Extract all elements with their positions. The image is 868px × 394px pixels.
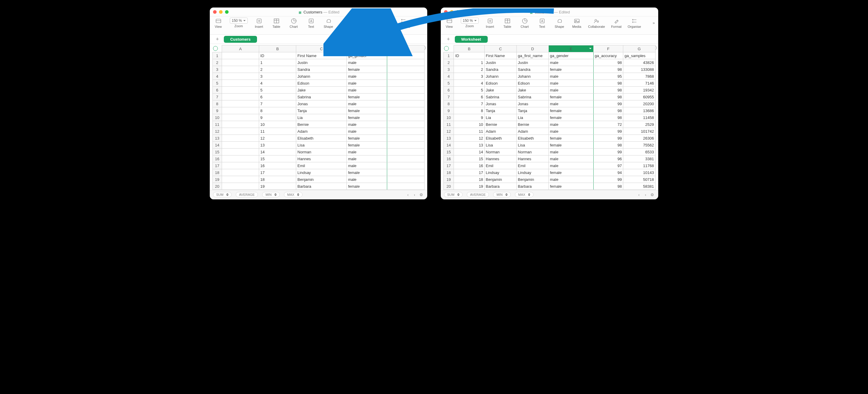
row-header[interactable]: 7	[212, 94, 222, 100]
row-header[interactable]: 19	[212, 176, 222, 183]
cell[interactable]: 16	[454, 162, 485, 169]
cell[interactable]: Edison	[296, 80, 347, 87]
cell[interactable]: Sofie	[296, 190, 347, 190]
cell[interactable]: Sandra	[296, 66, 347, 73]
cell[interactable]: male	[347, 149, 387, 156]
col-header-D[interactable]: D	[347, 45, 387, 52]
cell[interactable]: 98	[593, 59, 623, 66]
cell[interactable]: 98	[593, 183, 623, 190]
cell[interactable]: Sabrina	[296, 94, 347, 100]
cell[interactable]: Edison	[517, 80, 549, 87]
cell[interactable]: 11	[454, 128, 485, 135]
cell[interactable]: male	[549, 100, 593, 107]
toolbar-zoom[interactable]: 150 %Zoom	[230, 18, 248, 28]
cell[interactable]: ga_first_name	[517, 52, 549, 59]
min-pill[interactable]: MIN0	[262, 192, 279, 197]
cell[interactable]: 11768	[623, 162, 655, 169]
cell[interactable]: male	[549, 176, 593, 183]
cell[interactable]: 11458	[623, 114, 655, 121]
cell[interactable]: 98	[593, 87, 623, 94]
cell[interactable]: Sabrina	[517, 94, 549, 100]
cell[interactable]: Johann	[517, 73, 549, 80]
row-header[interactable]: 4	[443, 73, 454, 80]
cell[interactable]: Barbara	[296, 183, 347, 190]
row-header[interactable]: 3	[212, 66, 222, 73]
close-button[interactable]	[444, 10, 447, 14]
cell[interactable]	[222, 59, 259, 66]
row-header[interactable]: 15	[443, 149, 454, 156]
cell[interactable]	[387, 176, 424, 183]
cell[interactable]	[387, 149, 424, 156]
cell[interactable]	[387, 66, 424, 73]
cell[interactable]: Jonas	[296, 100, 347, 107]
cell[interactable]: female	[549, 94, 593, 100]
cell[interactable]: Justin	[517, 59, 549, 66]
max-pill[interactable]: MAX0	[284, 192, 303, 197]
col-header-F[interactable]: F	[593, 45, 623, 52]
col-header-B[interactable]: B	[454, 45, 485, 52]
settings-gear-icon[interactable]: ⚙	[650, 192, 655, 197]
cell[interactable]: Barbara	[517, 183, 549, 190]
cell[interactable]: 20	[259, 190, 296, 190]
cell[interactable]: male	[347, 121, 387, 128]
cell[interactable]: 133088	[623, 66, 655, 73]
cell[interactable]: male	[549, 149, 593, 156]
row-header[interactable]: 1	[443, 52, 454, 59]
cell[interactable]: 19	[259, 183, 296, 190]
cell[interactable]: 10143	[623, 169, 655, 176]
cell[interactable]: male	[549, 59, 593, 66]
sheet-tab[interactable]: Worksheet	[455, 36, 488, 43]
cell[interactable]	[222, 135, 259, 142]
cell[interactable]: 7	[454, 100, 485, 107]
cell[interactable]: female	[347, 183, 387, 190]
cell[interactable]: Hannes	[517, 156, 549, 162]
cell[interactable]	[222, 169, 259, 176]
cell[interactable]: Jake	[296, 87, 347, 94]
close-button[interactable]	[213, 10, 217, 14]
toolbar-view[interactable]: View	[212, 18, 224, 28]
cell[interactable]: male	[347, 176, 387, 183]
row-header[interactable]: 14	[212, 142, 222, 149]
cell[interactable]	[222, 100, 259, 107]
cell[interactable]: ga_samples	[623, 52, 655, 59]
cell[interactable]	[222, 80, 259, 87]
col-header-A[interactable]: A	[222, 45, 259, 52]
cell[interactable]: 75562	[623, 142, 655, 149]
cell[interactable]: male	[549, 73, 593, 80]
cell[interactable]: 13686	[623, 107, 655, 114]
cell[interactable]: 1	[454, 59, 485, 66]
cell[interactable]: Bernie	[517, 121, 549, 128]
titlebar[interactable]: ▦ customers — Edited	[441, 8, 658, 17]
toolbar-table[interactable]: Table	[271, 18, 282, 28]
cell[interactable]: Norman	[517, 149, 549, 156]
toolbar-view[interactable]: View	[443, 18, 455, 28]
toolbar-shape[interactable]: Shape	[322, 18, 335, 28]
cell[interactable]: 6	[454, 94, 485, 100]
row-header[interactable]: 14	[443, 142, 454, 149]
cell[interactable]: 60955	[623, 94, 655, 100]
cell[interactable]	[222, 149, 259, 156]
cell[interactable]: 1	[259, 59, 296, 66]
cell[interactable]: Tanja	[296, 107, 347, 114]
cell[interactable]: Benjamin	[517, 176, 549, 183]
cell[interactable]: male	[549, 128, 593, 135]
cell[interactable]: female	[347, 169, 387, 176]
cell[interactable]: female	[549, 66, 593, 73]
cell[interactable]: 2529	[623, 121, 655, 128]
cell[interactable]: Barbara	[485, 183, 517, 190]
cell[interactable]: Emil	[517, 162, 549, 169]
cell[interactable]: 18	[454, 176, 485, 183]
cell[interactable]: First Name	[296, 52, 347, 59]
cell[interactable]	[222, 156, 259, 162]
cell[interactable]: 11	[259, 128, 296, 135]
cell[interactable]: Hannes	[296, 156, 347, 162]
cell[interactable]	[222, 107, 259, 114]
cell[interactable]: 94	[593, 169, 623, 176]
cell[interactable]: Justin	[296, 59, 347, 66]
cell[interactable]: 99	[593, 176, 623, 183]
row-header[interactable]: 11	[212, 121, 222, 128]
cell[interactable]: Emil	[296, 162, 347, 169]
cell[interactable]: Lia	[485, 114, 517, 121]
cell[interactable]: Lisa	[517, 142, 549, 149]
cell[interactable]: 98	[593, 66, 623, 73]
